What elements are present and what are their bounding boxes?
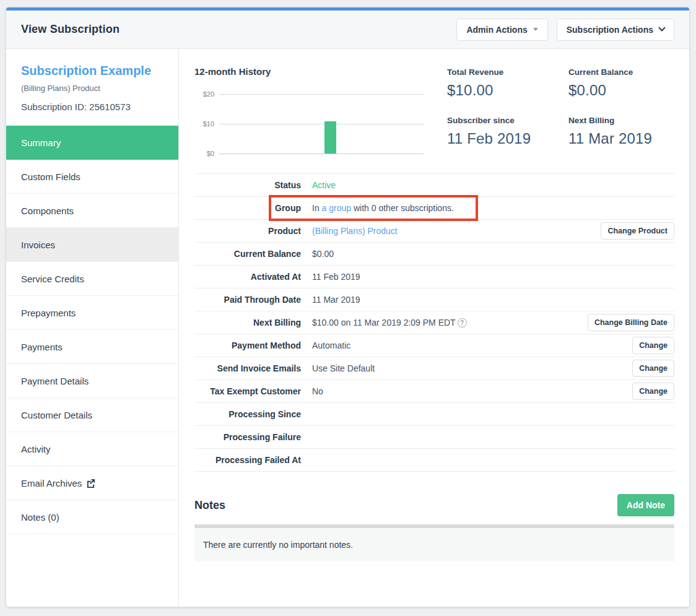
chevron-down-icon bbox=[658, 24, 665, 31]
detail-label: Current Balance bbox=[194, 249, 312, 259]
change-product-button[interactable]: Change Product bbox=[601, 222, 674, 240]
detail-label: Product bbox=[194, 226, 312, 236]
detail-row-group: GroupIn a group with 0 other subscriptio… bbox=[194, 197, 674, 220]
detail-value: (Billing Plans) Product bbox=[312, 226, 601, 236]
main-content: 12-month History $20$10$0 Total Revenue$… bbox=[179, 49, 689, 607]
sidebar-item-label: Prepayments bbox=[21, 308, 76, 318]
detail-label: Send Invoice Emails bbox=[194, 363, 312, 373]
admin-actions-button[interactable]: Admin Actions bbox=[456, 19, 547, 41]
sidebar-item-label: Components bbox=[21, 206, 74, 216]
detail-label: Activated At bbox=[194, 272, 312, 282]
subscription-name-link[interactable]: Subscription Example bbox=[21, 64, 163, 78]
page-header: View Subscription Admin Actions Subscrip… bbox=[6, 11, 689, 49]
chart-area: $20$10$0 bbox=[194, 94, 425, 154]
notes-title: Notes bbox=[194, 499, 225, 512]
stat-next-billing: Next Billing11 Mar 2019 bbox=[568, 116, 674, 147]
stat-label: Total Revenue bbox=[447, 67, 568, 77]
value-text: 11 Mar 2019 bbox=[312, 295, 360, 305]
stat-label: Next Billing bbox=[568, 116, 674, 125]
detail-label: Next Billing bbox=[194, 318, 312, 328]
chart-ytick-label: $20 bbox=[194, 90, 214, 98]
value-link[interactable]: a group bbox=[322, 203, 351, 213]
value-link[interactable]: (Billing Plans) Product bbox=[312, 226, 398, 236]
sidebar-product-name: (Billing Plans) Product bbox=[21, 84, 163, 93]
value-text: $10.00 on 11 Mar 2019 2:09 PM EDT bbox=[312, 318, 456, 328]
value-text: No bbox=[312, 386, 323, 396]
detail-value: Active bbox=[312, 180, 674, 190]
notes-empty-panel: There are currently no important notes. bbox=[194, 524, 674, 562]
chart-gridline bbox=[219, 94, 424, 95]
add-note-button[interactable]: Add Note bbox=[617, 494, 674, 516]
detail-row-tax-exempt-customer: Tax Exempt CustomerNoChange bbox=[194, 380, 674, 403]
sidebar-item-payment-details[interactable]: Payment Details bbox=[6, 364, 178, 398]
subscription-actions-label: Subscription Actions bbox=[567, 25, 653, 35]
chart-ytick-label: $0 bbox=[194, 150, 214, 157]
history-chart: 12-month History $20$10$0 bbox=[194, 63, 425, 154]
external-link-icon bbox=[86, 479, 95, 488]
detail-label: Processing Failure bbox=[194, 432, 312, 442]
stats-grid: Total Revenue$10.00Current Balance$0.00S… bbox=[447, 63, 674, 154]
sidebar-item-prepayments[interactable]: Prepayments bbox=[6, 296, 178, 330]
subscription-id: Subscription ID: 25610573 bbox=[21, 102, 163, 112]
value-text: In bbox=[312, 203, 322, 213]
stat-label: Subscriber since bbox=[447, 116, 568, 125]
detail-label: Group bbox=[194, 203, 312, 213]
sidebar-item-label: Custom Fields bbox=[21, 171, 80, 182]
sidebar-item-notes-0[interactable]: Notes (0) bbox=[6, 500, 178, 534]
sidebar-item-activity[interactable]: Activity bbox=[6, 432, 178, 466]
detail-row-processing-since: Processing Since bbox=[194, 403, 674, 426]
chart-bar bbox=[324, 121, 336, 154]
detail-value: $0.00 bbox=[312, 249, 674, 259]
sidebar-item-components[interactable]: Components bbox=[6, 194, 178, 228]
sidebar-item-invoices[interactable]: Invoices bbox=[6, 228, 178, 262]
caret-down-icon bbox=[533, 28, 538, 31]
detail-label: Paid Through Date bbox=[194, 295, 312, 305]
detail-label: Payment Method bbox=[194, 341, 312, 350]
sidebar-item-custom-fields[interactable]: Custom Fields bbox=[6, 160, 178, 194]
detail-row-current-balance: Current Balance$0.00 bbox=[194, 243, 674, 266]
detail-row-activated-at: Activated At11 Feb 2019 bbox=[194, 266, 674, 288]
detail-value: $10.00 on 11 Mar 2019 2:09 PM EDT? bbox=[312, 318, 588, 328]
sidebar-item-service-credits[interactable]: Service Credits bbox=[6, 262, 178, 296]
admin-actions-label: Admin Actions bbox=[466, 25, 527, 35]
sidebar-item-email-archives[interactable]: Email Archives bbox=[6, 466, 178, 500]
detail-row-paid-through-date: Paid Through Date11 Mar 2019 bbox=[194, 288, 674, 311]
sidebar-item-customer-details[interactable]: Customer Details bbox=[6, 398, 178, 432]
detail-label: Processing Since bbox=[194, 409, 312, 419]
value-text: Use Site Default bbox=[312, 363, 375, 373]
help-icon[interactable]: ? bbox=[458, 318, 467, 328]
chart-gridline bbox=[219, 154, 424, 154]
chart-gridline bbox=[219, 124, 424, 124]
sidebar-item-label: Customer Details bbox=[21, 410, 92, 420]
value-text: with 0 other subscriptions. bbox=[351, 203, 454, 213]
stat-value: 11 Mar 2019 bbox=[568, 130, 674, 147]
chart-plot bbox=[219, 94, 424, 154]
notes-section: Notes Add Note There are currently no im… bbox=[194, 494, 674, 562]
detail-row-next-billing: Next Billing$10.00 on 11 Mar 2019 2:09 P… bbox=[194, 311, 674, 334]
detail-label: Processing Failed At bbox=[194, 455, 312, 465]
chart-ytick-label: $10 bbox=[194, 120, 214, 128]
change-button[interactable]: Change bbox=[632, 383, 674, 400]
detail-value: Use Site Default bbox=[312, 363, 632, 373]
stat-value: 11 Feb 2019 bbox=[447, 130, 568, 147]
sidebar-item-payments[interactable]: Payments bbox=[6, 330, 178, 364]
detail-value: 11 Mar 2019 bbox=[312, 295, 674, 305]
sidebar-item-label: Payment Details bbox=[21, 376, 89, 386]
page-title: View Subscription bbox=[21, 23, 120, 36]
value-text: $0.00 bbox=[312, 249, 334, 259]
change-billing-date-button[interactable]: Change Billing Date bbox=[588, 314, 674, 331]
detail-row-status: StatusActive bbox=[194, 174, 674, 197]
sidebar-item-label: Payments bbox=[21, 342, 63, 352]
subscription-actions-button[interactable]: Subscription Actions bbox=[557, 19, 674, 41]
detail-value: 11 Feb 2019 bbox=[312, 272, 674, 282]
detail-label: Status bbox=[194, 180, 312, 190]
value-text: 11 Feb 2019 bbox=[312, 272, 360, 282]
details-table: StatusActiveGroupIn a group with 0 other… bbox=[194, 173, 674, 472]
change-button[interactable]: Change bbox=[632, 360, 674, 377]
detail-value: In a group with 0 other subscriptions. bbox=[312, 203, 674, 213]
stat-label: Current Balance bbox=[568, 67, 674, 77]
stat-current-balance: Current Balance$0.00 bbox=[568, 67, 674, 99]
sidebar-item-label: Activity bbox=[21, 444, 51, 454]
sidebar-item-summary[interactable]: Summary bbox=[6, 126, 178, 160]
change-button[interactable]: Change bbox=[632, 337, 674, 354]
